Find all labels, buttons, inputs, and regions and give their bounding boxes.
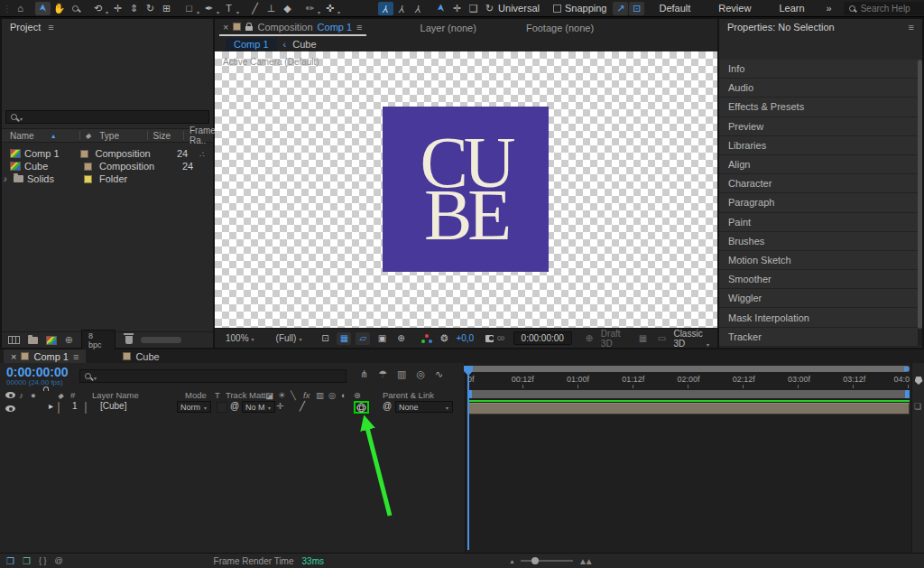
solo-column-icon[interactable]: ● [31, 390, 36, 400]
type-tool[interactable]: T [221, 2, 236, 15]
panel-tab-paragraph[interactable]: Paragraph [719, 193, 919, 212]
draft-3d-label[interactable]: Draft 3D [601, 329, 626, 349]
tab-composition[interactable]: × Composition Comp 1 ≡ [219, 19, 366, 36]
flowchart-dock-icon[interactable]: ❐ [6, 556, 14, 566]
timeline-tab-comp1[interactable]: × Comp 1 ≡ [4, 349, 86, 363]
hide-shy-layers-icon[interactable]: ☂ [378, 368, 387, 380]
zoom-slider-knob[interactable] [531, 557, 539, 564]
project-row-comp1[interactable]: Comp 1 Composition 24 ∴ [2, 147, 213, 160]
label-color-swatch[interactable] [84, 175, 92, 183]
blend-mode-dropdown[interactable]: Norm ▾ [177, 401, 211, 413]
gizmo-select-button[interactable]: ➤ [433, 2, 448, 15]
panel-tab-tracker[interactable]: Tracker [719, 328, 919, 347]
snap-3d-ground-icon[interactable]: ⊡ [629, 2, 644, 15]
adjustment-switch-icon[interactable]: ◐ [341, 390, 346, 400]
layer-number-column[interactable]: # [70, 390, 75, 400]
scrollbar-thumb[interactable] [918, 60, 922, 329]
pan-camera-tool[interactable]: ✛ [110, 2, 125, 15]
lock-icon[interactable] [245, 26, 253, 31]
track-matte-dropdown[interactable]: No M ▾ [242, 401, 275, 413]
tab-layer[interactable]: Layer (none) [420, 23, 476, 33]
layer-name-column[interactable]: Layer Name [92, 390, 139, 400]
gizmo-scale-button[interactable]: ❑ [466, 2, 481, 15]
layer-color-swatch[interactable] [58, 402, 60, 414]
quality-icon[interactable]: ╱ [300, 401, 305, 411]
workspace-tab-default[interactable]: Default [645, 3, 704, 14]
3d-view-stats-icon[interactable]: ▦ [635, 332, 650, 345]
region-of-interest-icon[interactable]: ▣ [374, 332, 389, 345]
comp-mini-flowchart-icon[interactable]: ⋔ [360, 368, 368, 380]
panel-tab-wiggler[interactable]: Wiggler [719, 289, 919, 308]
selection-tool[interactable]: ➤ [35, 2, 51, 15]
crop-region-icon[interactable]: ⊕ [393, 332, 408, 345]
matte-pickwhip-icon[interactable]: @ [230, 401, 239, 411]
interpret-footage-icon[interactable] [8, 336, 20, 344]
puppet-pin-tool[interactable]: ✜ [322, 2, 337, 15]
playhead-line[interactable] [467, 367, 469, 550]
snap-along-edges-icon[interactable]: ↗ [613, 2, 628, 15]
fx-switch-icon[interactable]: fx [303, 390, 310, 400]
pen-tool[interactable]: ✒ [201, 2, 217, 15]
project-row-cube[interactable]: Cube Composition 24 [2, 160, 213, 172]
frame-blending-icon[interactable]: ▥ [397, 368, 406, 380]
snapshot-camera-icon[interactable] [485, 335, 494, 342]
close-icon[interactable]: × [11, 351, 16, 362]
zoom-tool[interactable] [68, 2, 83, 15]
panel-tab-paint[interactable]: Paint [719, 213, 919, 232]
layer-visibility-icon[interactable] [5, 405, 15, 412]
rotation-tool[interactable]: ↻ [143, 2, 158, 15]
color-depth-button[interactable]: 8 bpc [81, 330, 116, 351]
column-header-name[interactable]: Name ▲ [10, 131, 79, 141]
exposure-icon[interactable]: ❂ [437, 332, 451, 345]
trash-icon[interactable] [125, 336, 133, 344]
panel-menu-icon[interactable]: ≡ [356, 22, 362, 33]
effects-dock-icon[interactable]: ❐ [23, 556, 31, 566]
exposure-value[interactable]: +0,0 [456, 333, 474, 343]
3d-ground-plane-icon[interactable]: ▭ [654, 332, 669, 345]
column-header-type[interactable]: Type [99, 131, 146, 141]
panel-tab-info[interactable]: Info [719, 60, 919, 79]
panel-menu-icon[interactable]: ≡ [48, 22, 53, 33]
transparency-grid-icon[interactable]: ▦ [337, 332, 351, 345]
rectangle-tool[interactable]: □ [181, 2, 197, 15]
t-column[interactable]: T [215, 390, 220, 400]
mode-column[interactable]: Mode [185, 390, 207, 400]
orbit-camera-tool[interactable]: ⟲ [90, 2, 106, 15]
zoom-out-mountain-icon[interactable]: ▲ [509, 558, 515, 564]
new-folder-icon[interactable] [28, 337, 38, 344]
current-timecode[interactable]: 0:00:00:00 [6, 365, 69, 379]
layer-duration-bar[interactable] [467, 403, 910, 414]
label-color-swatch[interactable] [84, 163, 92, 171]
clone-stamp-tool[interactable]: ⊥ [263, 2, 279, 15]
comp-button-icon[interactable]: ❏ [914, 402, 921, 411]
3d-switch-icon[interactable]: ⊛ [354, 390, 361, 400]
gizmo-move-button[interactable]: ✛ [449, 2, 465, 15]
channel-rgb-icon[interactable] [421, 334, 432, 343]
workspace-overflow-chevrons[interactable]: » [819, 3, 839, 14]
panel-tab-brushes[interactable]: Brushes [719, 232, 919, 251]
timeline-search-box[interactable]: ▾ [79, 369, 346, 383]
renderer-label[interactable]: Classic 3D [673, 329, 704, 349]
panel-menu-icon[interactable]: ≡ [73, 351, 79, 362]
audio-column-icon[interactable]: ♪ [19, 390, 23, 400]
breadcrumb-comp1[interactable]: Comp 1 [226, 38, 277, 51]
column-header-frame-rate[interactable]: Frame Ra.. [189, 126, 213, 145]
composition-viewport[interactable]: Active Camera (Default) CU BE [215, 51, 717, 328]
comp-marker-bin-icon[interactable] [915, 377, 923, 385]
panel-tab-character[interactable]: Character [719, 174, 919, 193]
zoom-in-mountain-icon[interactable]: ▲▲ [578, 556, 591, 566]
frame-blend-switch-icon[interactable]: ▥ [316, 390, 324, 400]
track-matte-column[interactable]: Track Matte [226, 390, 271, 400]
cube-logo-layer[interactable]: CU BE [383, 107, 549, 272]
gizmo-rotate-button[interactable]: ↻ [482, 2, 497, 15]
graph-editor-icon[interactable]: ∿ [435, 368, 443, 380]
mask-visibility-icon[interactable]: ▱ [356, 332, 370, 345]
close-icon[interactable]: × [223, 22, 228, 33]
work-area-bar[interactable] [467, 390, 910, 398]
time-navigator-bar[interactable] [467, 366, 910, 372]
timeline-zoom-slider[interactable] [521, 560, 573, 562]
label-column-icon[interactable]: ◆ [58, 392, 63, 400]
dolly-camera-tool[interactable]: ⇕ [126, 2, 142, 15]
parent-link-column[interactable]: Parent & Link [383, 390, 434, 400]
panel-tab-smoother[interactable]: Smoother [719, 270, 919, 289]
